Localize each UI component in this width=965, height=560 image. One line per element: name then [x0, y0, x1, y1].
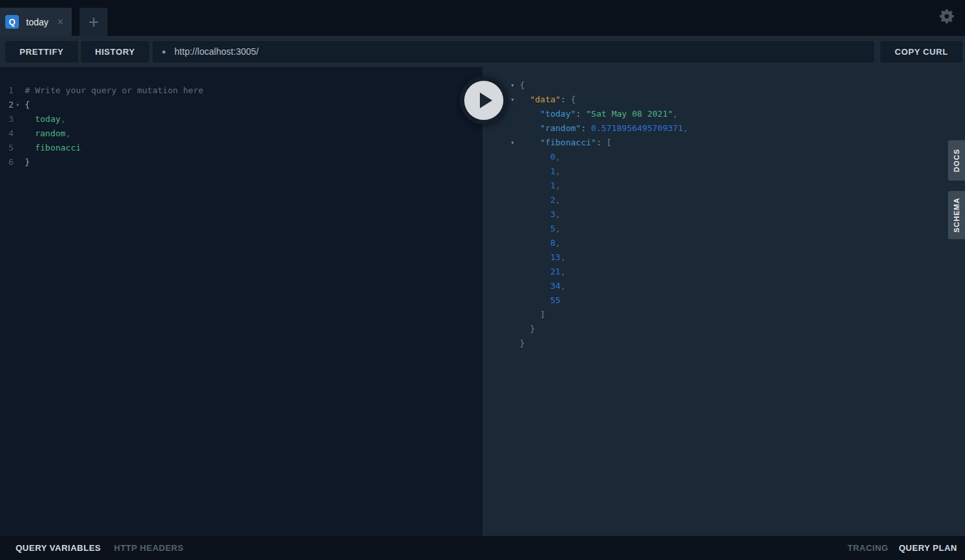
graphql-playground-window: Q today ✕ + PRETTIFY HISTORY ● http://lo…	[0, 0, 965, 560]
token-p: ,	[61, 114, 66, 124]
result-line: 1,	[482, 179, 965, 193]
result-line: ]	[482, 308, 965, 322]
query-editor[interactable]: 1# Write your query or mutation here2▾{3…	[0, 67, 482, 536]
token-s: "Sat May 08 2021"	[586, 109, 673, 119]
result-line-text: "random": 0.5718956495709371,	[520, 123, 688, 133]
result-line-text: 21,	[520, 267, 565, 276]
token-p: ,	[683, 123, 688, 133]
result-line: 13,	[482, 250, 965, 265]
token-col: :	[596, 138, 606, 147]
token-n: 3	[550, 209, 556, 219]
endpoint-url-value: http://localhost:3005/	[175, 46, 259, 57]
token-rb: }	[520, 338, 525, 348]
editor-line: 3 today,	[0, 112, 482, 126]
result-line-text: 8,	[520, 238, 561, 248]
token-p: ,	[561, 252, 566, 262]
token-f: today	[35, 114, 61, 124]
tracing-tab[interactable]: TRACING	[848, 543, 889, 553]
docs-side-tab-label: DOCS	[953, 149, 960, 172]
token-pre	[520, 324, 530, 334]
line-number: 4	[8, 126, 14, 141]
editor-line-text: }	[25, 157, 30, 167]
bottom-bar: QUERY VARIABLES HTTP HEADERS TRACING QUE…	[0, 536, 965, 560]
prettify-button[interactable]: PRETTIFY	[5, 41, 78, 63]
token-pre	[520, 209, 550, 219]
token-pre	[520, 109, 540, 119]
token-pre	[520, 224, 550, 233]
new-tab-button[interactable]: +	[80, 8, 108, 36]
token-n: 0	[550, 152, 556, 162]
result-line-text: 2,	[520, 195, 561, 205]
tab-today[interactable]: Q today ✕	[0, 8, 72, 36]
query-plan-tab[interactable]: QUERY PLAN	[898, 543, 957, 553]
fold-arrow-icon[interactable]: ▾	[511, 93, 514, 107]
editor-line-text: random,	[25, 128, 70, 138]
copy-curl-button[interactable]: COPY CURL	[880, 41, 962, 63]
token-n: 13	[550, 252, 561, 262]
token-pre	[25, 114, 35, 124]
result-line: }	[482, 336, 965, 351]
editor-line: 4 random,	[0, 126, 482, 141]
toolbar: PRETTIFY HISTORY ● http://localhost:3005…	[0, 36, 965, 67]
token-p: ,	[66, 128, 71, 138]
token-pre	[520, 138, 540, 147]
token-n: 1	[550, 181, 556, 190]
schema-side-tab[interactable]: SCHEMA	[948, 191, 965, 239]
token-n: 5	[550, 224, 556, 233]
result-line-text: ]	[520, 310, 545, 319]
token-pre	[520, 281, 550, 291]
result-line: "random": 0.5718956495709371,	[482, 121, 965, 136]
token-f: random	[35, 128, 66, 138]
play-circle	[464, 81, 503, 120]
token-n: 8	[550, 238, 556, 248]
result-line-text: 55	[520, 295, 561, 305]
result-line: ▾{	[482, 78, 965, 93]
token-p: ,	[561, 281, 566, 291]
settings-button[interactable]	[938, 8, 956, 27]
token-pre	[520, 181, 550, 190]
result-line-text: "fibonacci": [	[520, 138, 612, 147]
execute-query-button[interactable]	[460, 76, 508, 125]
token-pre	[520, 295, 550, 305]
close-tab-icon[interactable]: ✕	[57, 17, 64, 27]
result-line: 5,	[482, 222, 965, 236]
token-n: 0.5718956495709371	[591, 123, 683, 133]
result-line-text: 1,	[520, 181, 561, 190]
tab-bar: Q today ✕ +	[0, 0, 965, 36]
history-button[interactable]: HISTORY	[81, 41, 149, 63]
token-f: fibonacci	[35, 143, 81, 153]
token-p: ,	[561, 267, 566, 276]
result-line-text: 13,	[520, 252, 565, 262]
token-pre	[520, 123, 540, 133]
result-line-text: 5,	[520, 224, 561, 233]
result-line-text: 34,	[520, 281, 565, 291]
editor-line: 2▾{	[0, 98, 482, 112]
line-number: 1	[8, 83, 14, 98]
docs-side-tab[interactable]: DOCS	[948, 140, 965, 181]
response-viewer: ▾{▾ "data": { "today": "Sat May 08 2021"…	[482, 67, 965, 536]
result-line-text: 1,	[520, 166, 561, 176]
result-line: 1,	[482, 164, 965, 179]
token-pre	[520, 95, 530, 104]
endpoint-url-input[interactable]: ● http://localhost:3005/	[153, 41, 874, 63]
endpoint-status-dot-icon: ●	[162, 48, 166, 55]
tab-label: today	[26, 17, 48, 27]
result-line: 8,	[482, 236, 965, 250]
token-n: 34	[550, 281, 561, 291]
token-p: ,	[556, 224, 561, 233]
token-p: ,	[556, 181, 561, 190]
fold-arrow-icon[interactable]: ▾	[16, 98, 20, 112]
result-line-text: "today": "Sat May 08 2021",	[520, 109, 678, 119]
result-line: ▾ "data": {	[482, 93, 965, 107]
result-line-text: }	[520, 338, 525, 348]
fold-arrow-icon[interactable]: ▾	[511, 78, 514, 93]
http-headers-tab[interactable]: HTTP HEADERS	[114, 543, 184, 553]
line-number: 5	[8, 141, 14, 155]
token-rb: }	[530, 324, 535, 334]
result-line: 3,	[482, 207, 965, 222]
token-p: ,	[556, 209, 561, 219]
token-kr: "data"	[530, 95, 561, 104]
editor-line: 5 fibonacci	[0, 141, 482, 155]
query-variables-tab[interactable]: QUERY VARIABLES	[16, 543, 101, 553]
fold-arrow-icon[interactable]: ▾	[511, 136, 514, 150]
